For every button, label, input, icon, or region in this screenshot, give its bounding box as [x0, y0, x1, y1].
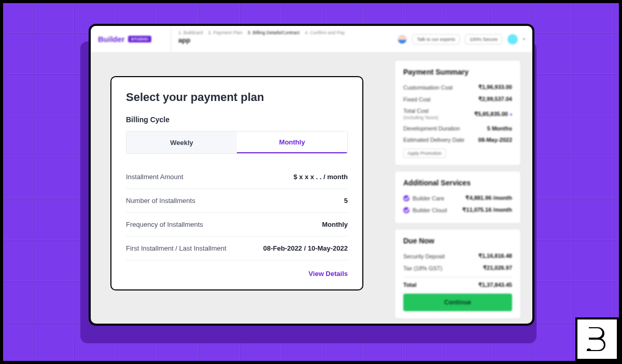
tax-label: Tax (18% GST): [403, 265, 442, 271]
total-label: Total: [403, 282, 416, 288]
breadcrumb: 1. Buildcard 2. Payment Plan 3. Billing …: [171, 26, 390, 52]
brand-logo[interactable]: Builder STUDIO: [91, 26, 171, 52]
payment-plan-modal: Select your payment plan Billing Cycle W…: [110, 76, 363, 290]
page-title: app: [178, 36, 383, 44]
service-row: Builder Cloud ₹11,075.16 /month: [403, 204, 512, 216]
secure-badge: 100% Secure: [465, 34, 502, 45]
tab-monthly[interactable]: Monthly: [237, 132, 347, 153]
total-cost-label: Total Cost: [403, 108, 429, 114]
brand-name: Builder: [98, 35, 125, 43]
installment-amount-value: $ x x x . . / month: [293, 173, 348, 181]
top-bar: Builder STUDIO 1. Buildcard 2. Payment P…: [91, 26, 532, 53]
breadcrumb-step-3[interactable]: 3. Billing Details/Contract: [248, 30, 300, 35]
modal-title: Select your payment plan: [126, 91, 348, 104]
checkmark-icon[interactable]: [403, 195, 409, 201]
num-installments-value: 5: [344, 197, 348, 205]
total-cost-sublabel: (Including Taxes): [403, 115, 439, 120]
view-details-row: View Details: [126, 260, 348, 278]
tab-weekly[interactable]: Weekly: [126, 132, 237, 153]
right-panel: Payment Summary Customisation Cost₹1,96,…: [394, 60, 521, 319]
service-price-1: ₹11,075.16 /month: [462, 207, 512, 213]
frequency-value: Monthly: [322, 221, 348, 228]
due-now-title: Due Now: [403, 237, 512, 245]
checkmark-icon[interactable]: [403, 207, 409, 213]
additional-services-title: Additional Services: [403, 179, 512, 187]
frequency-row: Frequency of Installments Monthly: [126, 213, 348, 237]
duration-value: 5 Months: [487, 125, 512, 132]
service-row: Builder Care ₹4,881.96 /month: [403, 192, 512, 204]
additional-services-card: Additional Services Builder Care ₹4,881.…: [394, 171, 521, 224]
apply-promotion-button[interactable]: Apply Promotion: [403, 149, 446, 158]
num-installments-label: Number of Installments: [126, 197, 195, 205]
billing-cycle-tabs: Weekly Monthly: [126, 131, 348, 154]
customisation-value: ₹1,96,933.00: [478, 84, 512, 91]
builder-b-icon: [587, 327, 607, 351]
installment-amount-label: Installment Amount: [126, 173, 183, 181]
deposit-label: Security Deposit: [403, 253, 445, 259]
breadcrumb-step-1[interactable]: 1. Buildcard: [178, 30, 203, 35]
total-cost-value: ₹5,85,835.00: [474, 111, 508, 117]
installment-amount-row: Installment Amount $ x x x . . / month: [126, 165, 348, 189]
app-window: Builder STUDIO 1. Buildcard 2. Payment P…: [89, 24, 534, 326]
expert-avatar-icon: [398, 35, 407, 44]
service-name-0: Builder Care: [413, 195, 465, 201]
breadcrumb-step-4[interactable]: 4. Confirm and Pay: [305, 30, 345, 35]
delivery-label: Estimated Delivery Date: [403, 137, 464, 143]
first-last-label: First Installment / Last Installment: [126, 244, 227, 252]
total-value: ₹1,37,843.45: [478, 282, 512, 288]
view-details-link[interactable]: View Details: [308, 270, 348, 278]
billing-cycle-heading: Billing Cycle: [126, 115, 348, 124]
corner-logo-tile: [575, 317, 619, 361]
user-avatar-icon[interactable]: [507, 34, 518, 45]
payment-summary-card: Payment Summary Customisation Cost₹1,96,…: [394, 60, 521, 166]
due-now-card: Due Now Security Deposit₹1,16,816.48 Tax…: [394, 229, 521, 319]
payment-summary-title: Payment Summary: [403, 68, 512, 76]
breadcrumb-step-2[interactable]: 2. Payment Plan: [208, 30, 243, 35]
expand-triangle-icon[interactable]: ▾: [510, 112, 512, 117]
tax-value: ₹21,026.97: [483, 265, 512, 271]
num-installments-row: Number of Installments 5: [126, 189, 348, 213]
first-last-value: 08-Feb-2022 / 10-May-2022: [263, 244, 348, 252]
top-actions: Talk to our experts 100% Secure ▾: [390, 26, 532, 52]
deposit-value: ₹1,16,816.48: [478, 253, 512, 259]
service-price-0: ₹4,881.96 /month: [465, 195, 512, 201]
delivery-value: 08-May-2022: [478, 137, 512, 143]
talk-to-experts-button[interactable]: Talk to our experts: [412, 34, 460, 45]
chevron-down-icon[interactable]: ▾: [523, 37, 525, 41]
duration-label: Development Duration: [403, 125, 460, 132]
service-name-1: Builder Cloud: [413, 207, 462, 213]
frequency-label: Frequency of Installments: [126, 221, 203, 228]
fixed-cost-label: Fixed Cost: [403, 96, 431, 103]
first-last-row: First Installment / Last Installment 08-…: [126, 237, 348, 260]
svg-point-0: [587, 348, 591, 351]
fixed-cost-value: ₹2,99,537.04: [478, 96, 512, 103]
continue-button[interactable]: Continue: [403, 294, 512, 311]
customisation-label: Customisation Cost: [403, 84, 453, 91]
brand-badge: STUDIO: [128, 36, 151, 42]
